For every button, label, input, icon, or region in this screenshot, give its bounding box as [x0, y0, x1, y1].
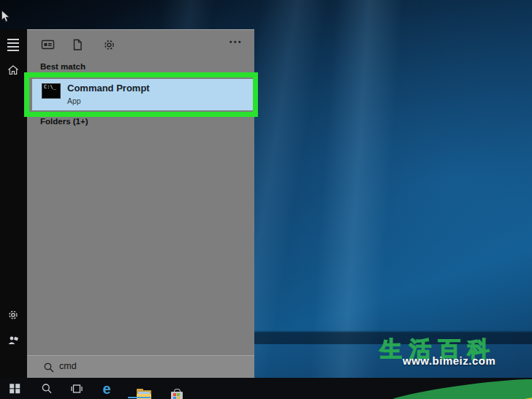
- folders-section-label: Folders (1+): [40, 117, 88, 126]
- home-icon: [7, 64, 19, 76]
- desktop: ••• Best match C:\_ Command Prompt App F…: [0, 0, 532, 399]
- start-button[interactable]: [4, 378, 25, 399]
- taskbar-search-icon: [41, 383, 53, 395]
- start-menu-sidebar: [0, 29, 27, 378]
- windows-start-icon: [10, 384, 20, 394]
- file-explorer-active-indicator: [128, 397, 151, 398]
- search-icon: [43, 362, 55, 373]
- search-box[interactable]: [27, 355, 254, 379]
- watermark-url: www.bimeiz.com: [403, 354, 495, 367]
- task-view-icon: [71, 383, 83, 394]
- search-input[interactable]: [58, 360, 236, 372]
- documents-filter-icon[interactable]: [72, 39, 86, 52]
- feedback-button[interactable]: [7, 335, 20, 346]
- settings-button[interactable]: [7, 309, 20, 321]
- watermark-swoosh-graphic: [393, 367, 532, 399]
- best-match-label: Best match: [40, 62, 86, 71]
- settings-gear-icon: [7, 309, 19, 321]
- settings-filter-icon[interactable]: [103, 39, 118, 52]
- annotation-highlight-box: [24, 72, 258, 117]
- task-view-button[interactable]: [66, 378, 87, 399]
- hamburger-menu-button[interactable]: [7, 39, 20, 50]
- edge-browser-button[interactable]: e: [96, 378, 117, 399]
- taskbar-search-button[interactable]: [37, 378, 57, 399]
- hamburger-menu-icon: [7, 39, 19, 40]
- mouse-cursor-icon: [1, 10, 10, 23]
- apps-filter-icon[interactable]: [41, 39, 56, 52]
- file-explorer-button[interactable]: [126, 378, 147, 399]
- feedback-person-icon: [7, 335, 19, 346]
- search-filter-bar: •••: [27, 37, 254, 56]
- microsoft-store-button[interactable]: [161, 378, 181, 399]
- watermark: 生活百科 www.bimeiz.com: [379, 333, 532, 399]
- more-options-button[interactable]: •••: [229, 38, 243, 46]
- home-button[interactable]: [7, 64, 20, 76]
- edge-browser-icon: e: [102, 381, 110, 396]
